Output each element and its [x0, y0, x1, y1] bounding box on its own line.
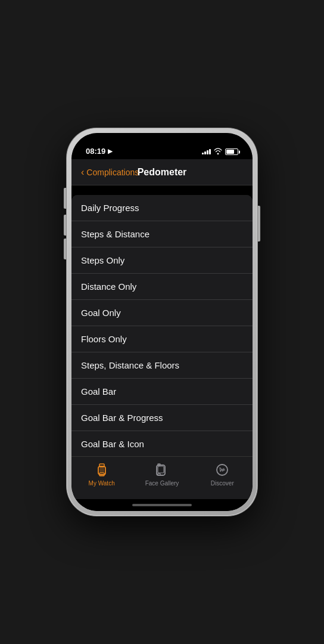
home-indicator [71, 499, 253, 511]
face-gallery-icon [154, 462, 170, 478]
content-area[interactable]: Daily ProgressSteps & DistanceSteps Only… [71, 185, 253, 456]
screen: 08:19 ▶ [71, 133, 253, 511]
list-item-distance-only[interactable]: Distance Only [71, 274, 253, 300]
phone-inner: 08:19 ▶ [71, 133, 253, 511]
list-item-label: Steps, Distance & Floors [81, 360, 179, 370]
list-item-label: Steps Only [81, 255, 124, 265]
battery-fill [226, 150, 234, 154]
tab-my-watch[interactable]: My Watch [84, 462, 120, 487]
svg-rect-1 [99, 464, 104, 467]
list-item-steps-only[interactable]: Steps Only [71, 247, 253, 274]
tab-face-gallery[interactable]: Face Gallery [144, 462, 180, 487]
phone-frame: 08:19 ▶ [67, 128, 257, 516]
time-display: 08:19 [86, 147, 105, 156]
back-button[interactable]: ‹ Complications [81, 167, 139, 178]
my-watch-icon [94, 462, 110, 478]
face-gallery-label: Face Gallery [145, 480, 179, 487]
back-label: Complications [86, 168, 139, 177]
nav-bar: ‹ Complications Pedometer [71, 159, 253, 185]
signal-bar-1 [202, 153, 204, 154]
notch [126, 133, 198, 146]
list-item-goal-only[interactable]: Goal Only [71, 300, 253, 326]
top-spacer [71, 185, 253, 190]
list-item-steps-distance-floors[interactable]: Steps, Distance & Floors [71, 352, 253, 379]
list-item-label: Steps & Distance [81, 229, 149, 239]
list-item-daily-progress[interactable]: Daily Progress [71, 195, 253, 221]
list-item-goal-bar[interactable]: Goal Bar [71, 379, 253, 405]
svg-rect-7 [158, 473, 160, 475]
signal-bar-3 [207, 150, 208, 154]
menu-list: Daily ProgressSteps & DistanceSteps Only… [71, 195, 253, 456]
location-icon: ▶ [108, 148, 113, 154]
page-title: Pedometer [138, 167, 187, 178]
list-item-label: Goal Bar & Progress [81, 413, 163, 423]
status-icons [202, 148, 238, 156]
discover-label: Discover [211, 480, 234, 487]
list-item-goal-bar-icon[interactable]: Goal Bar & Icon [71, 431, 253, 456]
back-chevron-icon: ‹ [81, 167, 84, 178]
status-time: 08:19 ▶ [86, 147, 113, 156]
tab-bar: My Watch Face Gallery [71, 456, 253, 499]
list-item-goal-bar-progress[interactable]: Goal Bar & Progress [71, 405, 253, 431]
list-item-label: Goal Bar [81, 386, 116, 397]
signal-bar-2 [204, 151, 206, 154]
battery-icon [225, 148, 238, 155]
tab-discover[interactable]: Discover [204, 462, 240, 487]
my-watch-label: My Watch [89, 480, 115, 487]
svg-rect-5 [158, 466, 164, 473]
svg-rect-3 [99, 467, 104, 472]
wifi-icon [214, 148, 222, 156]
signal-bar-4 [209, 149, 211, 154]
svg-marker-10 [220, 467, 222, 472]
signal-icon [202, 149, 211, 154]
home-bar [132, 504, 192, 506]
list-item-label: Goal Bar & Icon [81, 439, 144, 449]
list-item-steps-distance[interactable]: Steps & Distance [71, 221, 253, 247]
list-item-label: Goal Only [81, 308, 121, 318]
list-item-floors-only[interactable]: Floors Only [71, 326, 253, 352]
list-item-label: Distance Only [81, 281, 136, 292]
list-item-label: Daily Progress [81, 203, 139, 213]
list-item-label: Floors Only [81, 334, 127, 344]
discover-icon [214, 462, 230, 478]
